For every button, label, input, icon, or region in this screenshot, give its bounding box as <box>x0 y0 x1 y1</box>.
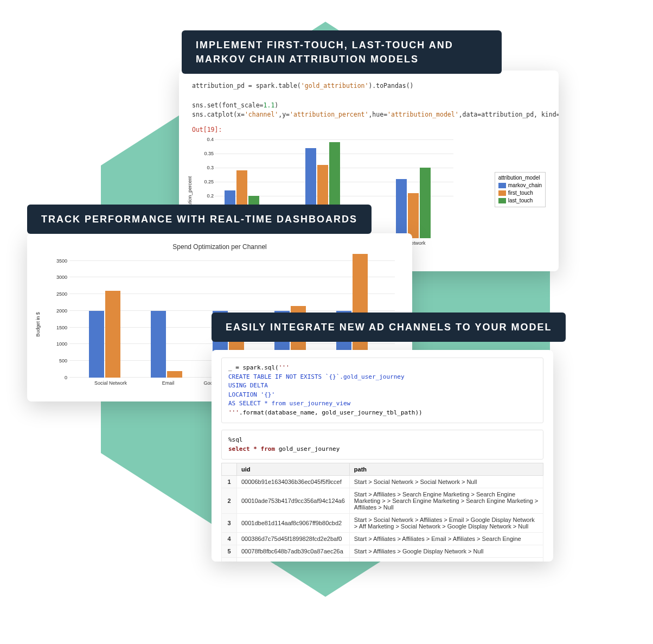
table-row[interactable]: 30001dbe81d114aaf8c9067ff9b80cbd2Start >… <box>222 514 543 533</box>
col-path[interactable]: path <box>349 463 543 476</box>
results-table: uid path 100006b91e1634036b36ec045f5f9cc… <box>221 463 543 562</box>
table-row[interactable]: 200010ade753b417d9cc356af94c124a6Start >… <box>222 488 543 514</box>
table-row[interactable]: 4000386d7c75d45f1899828fcd2e2baf0Start >… <box>222 533 543 545</box>
panel-integrate-sql: _ = spark.sql(''' CREATE TABLE IF NOT EX… <box>212 350 553 562</box>
output-label: Out[19]: <box>192 125 546 135</box>
code-cell: attribution_pd = spark.table('gold_attri… <box>192 81 546 120</box>
table-row[interactable]: 500078fb8fbc648b7adb39c0a87aec26aStart >… <box>222 545 543 558</box>
caption-attribution-models: IMPLEMENT FIRST-TOUCH, LAST-TOUCH AND MA… <box>182 30 502 74</box>
chart2-title: Spend Optimization per Channel <box>39 243 400 251</box>
table-row[interactable]: 100006b91e1634036b36ec045f5f9ccefStart >… <box>222 476 543 488</box>
chart1-legend: attribution_model markov_chain first_tou… <box>495 172 546 207</box>
sql-create-cell: _ = spark.sql(''' CREATE TABLE IF NOT EX… <box>221 358 543 423</box>
caption-dashboards: TRACK PERFORMANCE WITH REAL-TIME DASHBOA… <box>27 205 372 234</box>
col-uid[interactable]: uid <box>237 463 350 476</box>
sql-select-cell: %sql select * from gold_user_journey <box>221 430 543 460</box>
table-row: 000999143…Start > Social Network > Affil… <box>222 558 543 562</box>
caption-integrate-channels: EASILY INTEGRATE NEW AD CHANNELS TO YOUR… <box>212 313 566 342</box>
col-index <box>222 463 237 476</box>
